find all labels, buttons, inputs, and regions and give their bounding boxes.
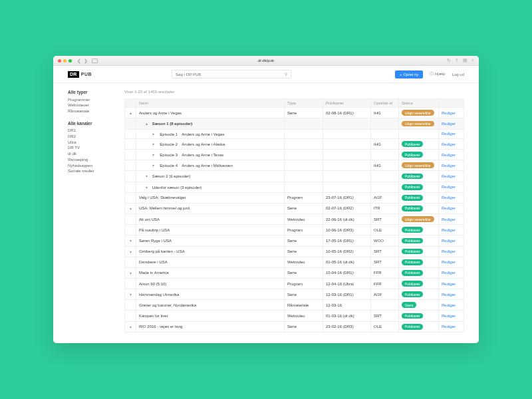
chevron-down-icon[interactable]: ▾: [128, 292, 133, 297]
edit-link[interactable]: Rediger: [442, 314, 456, 318]
season-row[interactable]: ▴ Sæson 1 (8 episoder)Udgiv senere/klarR…: [125, 118, 464, 129]
status-badge: Publiceret: [402, 195, 423, 201]
search-input[interactable]: ⚲: [172, 70, 291, 78]
edit-link[interactable]: Rediger: [442, 206, 456, 210]
season-row[interactable]: ▾ Sæson 2 (6 episoder)PubliceretRediger: [125, 171, 464, 182]
edit-link[interactable]: Rediger: [442, 132, 456, 136]
status-badge: Udgiv senere/klar: [402, 121, 434, 127]
sidebar-item[interactable]: Råmateriale: [68, 108, 124, 114]
edit-link[interactable]: Rediger: [442, 153, 456, 157]
edit-link[interactable]: Rediger: [442, 260, 456, 264]
table-row[interactable]: ▾RIO 2016 - vejen er langSerie23-02-16 (…: [125, 321, 464, 332]
table-row[interactable]: Kampen for livetWebvideo01-03-16 (dr.dk)…: [125, 311, 464, 321]
chevron-down-icon[interactable]: ▾: [128, 238, 133, 243]
edit-link[interactable]: Rediger: [442, 249, 456, 253]
col-by[interactable]: Oprettet af: [371, 99, 399, 108]
col-type[interactable]: Type: [285, 99, 323, 108]
table-row[interactable]: Anton 90 (5:10)Program12-04-16 (Ultra)FF…: [125, 278, 464, 289]
close-icon[interactable]: [58, 59, 61, 63]
table-row[interactable]: ▾Gintberg på kanten - USASerie10-05-16 (…: [125, 246, 464, 257]
edit-link[interactable]: Rediger: [442, 271, 456, 275]
episode-row[interactable]: ▾ Episode 1 Anders og Anne i VegasRedige…: [125, 129, 464, 138]
sidebar-item[interactable]: Sociale medier: [68, 168, 124, 174]
chevron-down-icon[interactable]: ▾: [152, 132, 158, 136]
episode-row[interactable]: ▾ Episode 4 Anders og Anne i MidtvestenI…: [125, 160, 464, 171]
table-row[interactable]: På roadtrip i USAProgram10-06-16 (DR3)OL…: [125, 225, 464, 235]
chevron-down-icon[interactable]: ▾: [128, 249, 133, 254]
chevron-down-icon[interactable]: ▾: [146, 174, 151, 178]
episode-row[interactable]: ▾ Episode 3 Anders og Anne i TexasPublic…: [125, 150, 464, 160]
sidebar-item[interactable]: DR TV: [68, 145, 124, 151]
col-published[interactable]: Publiceret: [323, 99, 371, 108]
status-badge: Publiceret: [402, 227, 423, 233]
reload-icon[interactable]: ↻: [447, 58, 451, 63]
edit-link[interactable]: Rediger: [442, 293, 456, 297]
edit-link[interactable]: Rediger: [442, 111, 456, 115]
sidebar: Alle typer ProgrammerWebvideoerRåmateria…: [68, 90, 124, 332]
edit-link[interactable]: Rediger: [442, 325, 456, 329]
table-row[interactable]: ▴Anders og Anne i VegasSerie02-08-16 (DR…: [125, 108, 464, 118]
status-badge: Publiceret: [402, 141, 423, 147]
episode-row[interactable]: ▾ Episode 2 Anders og Anne i AlaskaIHGPu…: [125, 138, 464, 149]
logo[interactable]: DR PUB: [68, 71, 92, 78]
table-row[interactable]: ▾Hammerslag i AmerikaSerie12-03-16 (DR1)…: [125, 289, 464, 300]
sidebar-item[interactable]: Webvideoer: [68, 102, 124, 108]
address-bar[interactable]: dr.dk/pub: [258, 59, 275, 63]
sidebar-item[interactable]: DR2: [68, 133, 124, 139]
edit-link[interactable]: Rediger: [442, 239, 456, 243]
edit-link[interactable]: Rediger: [442, 282, 456, 286]
share-icon[interactable]: ⇧: [455, 58, 459, 63]
chevron-down-icon[interactable]: ▾: [128, 271, 133, 275]
sidebar-toggle-icon[interactable]: [92, 59, 98, 63]
back-icon[interactable]: ❮: [77, 59, 81, 63]
table-row[interactable]: Grever og baroner, NordamerikaRåmaterial…: [125, 300, 464, 311]
table-row[interactable]: ▾USA: Mellem himmel og jordSerie02-07-16…: [125, 203, 464, 213]
edit-link[interactable]: Rediger: [442, 217, 456, 221]
forward-icon[interactable]: ❯: [84, 59, 88, 63]
logo-text: PUB: [81, 72, 92, 76]
sidebar-item[interactable]: Ramasjang: [68, 157, 124, 163]
browser-window: ❮ ❯ dr.dk/pub ↻ ⇧ ▤ + DR PUB ⚲ + Opret n…: [53, 56, 479, 343]
table-row[interactable]: Alt om USAWebvideo22-06-16 (dr.dk)SRTUdg…: [125, 214, 464, 225]
sidebar-item[interactable]: DR1: [68, 128, 124, 134]
edit-link[interactable]: Rediger: [442, 174, 456, 178]
chevron-down-icon[interactable]: ▾: [146, 185, 151, 190]
edit-link[interactable]: Rediger: [442, 228, 456, 232]
edit-link[interactable]: Rediger: [442, 164, 456, 168]
chevron-down-icon[interactable]: ▾: [152, 152, 158, 157]
zoom-icon[interactable]: [68, 59, 72, 63]
sidebar-item[interactable]: Programmer: [68, 96, 124, 102]
chevron-up-icon[interactable]: ▴: [128, 110, 133, 115]
add-icon[interactable]: +: [471, 58, 474, 63]
table-row[interactable]: Danskere i USAWebvideo01-05-16 (dr.dk)SR…: [125, 257, 464, 267]
create-button[interactable]: + Opret ny: [395, 70, 423, 78]
table-row[interactable]: ▾Søren Ryge i USASerie17-05-16 (DR1)WOOP…: [125, 235, 464, 246]
sidebar-item[interactable]: dr.dk: [68, 151, 124, 157]
edit-link[interactable]: Rediger: [442, 196, 456, 200]
minimize-icon[interactable]: [63, 59, 66, 63]
chevron-down-icon[interactable]: ▾: [128, 325, 133, 329]
table-row[interactable]: Valg i USA: SkæbnevalgetProgram23-07-16 …: [125, 192, 464, 203]
col-status[interactable]: Status: [399, 99, 439, 108]
season-row[interactable]: ▾ Udenfor sæson (3 episoder)PubliceretRe…: [125, 182, 464, 192]
sidebar-item[interactable]: Nyhedsappen: [68, 162, 124, 168]
chevron-down-icon[interactable]: ▾: [152, 163, 158, 168]
channels-list: DR1DR2UltraDR TVdr.dkRamasjangNyhedsappe…: [68, 128, 124, 174]
edit-link[interactable]: Rediger: [442, 142, 456, 146]
edit-link[interactable]: Rediger: [442, 122, 456, 126]
logout-link[interactable]: Log ud: [452, 72, 464, 76]
table-row[interactable]: ▾Made in AmericaSerie15-04-16 (DR1)FFRPu…: [125, 267, 464, 278]
help-link[interactable]: ⓘ Hjælp: [430, 71, 445, 77]
edit-link[interactable]: Rediger: [442, 185, 456, 189]
search-field[interactable]: [176, 72, 285, 76]
tabs-icon[interactable]: ▤: [463, 58, 467, 63]
chevron-up-icon[interactable]: ▴: [146, 121, 151, 126]
logo-mark: DR: [68, 71, 79, 78]
status-badge: Publiceret: [402, 259, 423, 265]
col-name[interactable]: Navn: [136, 99, 285, 108]
chevron-down-icon[interactable]: ▾: [128, 206, 133, 211]
sidebar-item[interactable]: Ultra: [68, 139, 124, 145]
chevron-down-icon[interactable]: ▾: [152, 142, 158, 146]
search-icon[interactable]: ⚲: [285, 72, 287, 76]
edit-link[interactable]: Rediger: [442, 303, 456, 307]
